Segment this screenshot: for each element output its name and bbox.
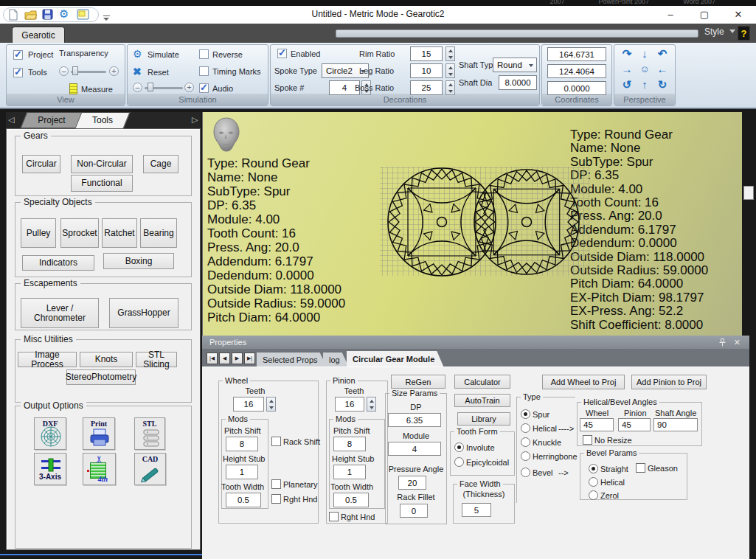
face-width-field[interactable]: 5 [462, 503, 491, 517]
persp-up-icon[interactable]: ↑ [636, 77, 653, 92]
epicycloidal-radio[interactable] [454, 457, 464, 467]
no-resize-checkbox[interactable] [583, 435, 592, 445]
planetary-checkbox[interactable] [271, 479, 281, 489]
cad-export-button[interactable]: CAD [134, 453, 166, 485]
chevron-down-icon[interactable] [729, 29, 735, 33]
pulley-button[interactable]: Pulley [21, 218, 56, 248]
maximize-button[interactable]: ▢ [692, 6, 717, 23]
angles-shaft-field[interactable]: 90 [653, 418, 698, 431]
persp-down-icon[interactable]: ↓ [636, 46, 653, 61]
tab-nav-prev-icon[interactable]: ◀ [219, 353, 230, 364]
style-slider[interactable] [336, 29, 698, 38]
persp-tilt-left-icon[interactable]: ↶ [653, 46, 671, 61]
indicators-button[interactable]: Indicators [22, 255, 94, 271]
persp-left-icon[interactable]: ← [653, 61, 671, 77]
bearing-button[interactable]: Bearing [140, 218, 177, 248]
coordinate-z-field[interactable]: 0.0000 [547, 81, 606, 95]
pinion-pitch-shift-field[interactable]: 8 [333, 437, 366, 451]
involute-radio[interactable] [454, 442, 464, 452]
measure-button[interactable]: Measure [81, 85, 113, 94]
persp-right-icon[interactable]: → [618, 61, 636, 77]
tab-nav-last-icon[interactable]: ▶| [244, 353, 255, 364]
shaft-type-combo[interactable]: Round [493, 58, 537, 72]
sidebar-tab-tools[interactable]: Tools [78, 112, 127, 128]
pinion-tooth-width-field[interactable]: 0.5 [333, 493, 369, 507]
image-process-button[interactable]: Image Process [18, 352, 77, 367]
persp-rotate-ccw-icon[interactable]: ↺ [618, 77, 636, 92]
stl-export-button[interactable]: STL [134, 417, 165, 450]
style-dropdown[interactable]: Style [704, 27, 724, 37]
transparency-minus-icon[interactable]: – [59, 66, 69, 76]
shaft-dia-field[interactable]: 8.0000 [499, 75, 537, 90]
rack-shift-checkbox[interactable] [271, 437, 281, 446]
tab-selected-props[interactable]: Selected Props [257, 353, 327, 367]
enabled-checkbox[interactable] [277, 49, 287, 58]
autotrain-button[interactable]: AutoTrain [454, 394, 510, 407]
pin-icon[interactable] [719, 338, 726, 347]
tab-scroll-right-icon[interactable]: ▷ [192, 115, 198, 125]
cage-button[interactable]: Cage [143, 155, 178, 173]
dp-field[interactable]: 6.35 [388, 413, 441, 427]
module-field[interactable]: 4 [388, 442, 441, 456]
boss-ratio-stepper[interactable] [445, 80, 455, 95]
sidebar-tab-project[interactable]: Project [24, 112, 80, 128]
speed-minus-icon[interactable]: – [133, 83, 142, 92]
pinion-rght-hnd-checkbox[interactable] [329, 512, 339, 521]
rack-fillet-field[interactable]: 0 [400, 504, 428, 518]
wheel-teeth-stepper[interactable] [266, 397, 276, 412]
leg-ratio-field[interactable]: 10 [410, 63, 443, 78]
reset-button[interactable]: Reset [148, 68, 169, 77]
persp-reset-face-icon[interactable]: ☺ [636, 61, 653, 77]
sprocket-button[interactable]: Sprocket [60, 218, 99, 248]
audio-checkbox[interactable] [199, 83, 209, 93]
boxing-button[interactable]: Boxing [103, 253, 174, 269]
boss-ratio-field[interactable]: 25 [410, 80, 443, 95]
pinion-height-stub-field[interactable]: 1 [333, 465, 366, 479]
bevel-helical-radio[interactable] [589, 477, 598, 487]
persp-tilt-right-icon[interactable]: ↷ [618, 46, 636, 61]
simulate-button[interactable]: Simulate [148, 50, 179, 59]
gleason-checkbox[interactable] [636, 463, 645, 473]
three-axis-button[interactable]: 3-Axis [34, 453, 66, 485]
fourth-axis-button[interactable]: ✂ 4th [83, 453, 116, 485]
stl-slicing-button[interactable]: STL Slicing [136, 352, 177, 367]
tab-nav-next-icon[interactable]: ▶ [232, 353, 243, 364]
calculator-button[interactable]: Calculator [454, 375, 510, 389]
knots-button[interactable]: Knots [80, 352, 133, 367]
stereophotometry-button[interactable]: StereoPhotometry [66, 369, 136, 385]
bevel-radio[interactable] [521, 468, 530, 477]
gear-canvas[interactable]: Type: Round GearName: NoneSubType: SpurD… [202, 112, 742, 336]
transparency-slider-handle[interactable] [72, 66, 78, 75]
leg-ratio-stepper[interactable] [445, 63, 455, 78]
reverse-checkbox[interactable] [199, 49, 209, 59]
coordinate-y-field[interactable]: 124.4064 [547, 64, 606, 78]
functional-button[interactable]: Functional [71, 175, 133, 192]
angles-wheel-field[interactable]: 45 [580, 418, 614, 431]
wheel-height-stub-field[interactable]: 1 [226, 465, 258, 479]
print-button[interactable]: Print [83, 417, 115, 450]
angles-pinion-field[interactable]: 45 [618, 418, 651, 431]
speed-slider-handle[interactable] [148, 83, 153, 91]
pinion-teeth-stepper[interactable] [367, 397, 376, 412]
tools-checkbox[interactable] [13, 68, 23, 77]
pressure-angle-field[interactable]: 20 [398, 476, 426, 490]
canvas-scrollbar-thumb[interactable] [743, 186, 754, 200]
helical-radio[interactable] [521, 423, 530, 433]
non-circular-button[interactable]: Non-Circular [71, 155, 133, 173]
circular-button[interactable]: Circular [22, 155, 60, 173]
dxf-export-button[interactable]: DXF [34, 417, 66, 450]
ratchet-button[interactable]: Ratchet [102, 218, 137, 248]
coordinate-x-field[interactable]: 164.6731 [547, 47, 606, 61]
wheel-pitch-shift-field[interactable]: 8 [226, 437, 258, 451]
tab-nav-first-icon[interactable]: |◀ [207, 353, 218, 364]
add-pinion-to-proj-button[interactable]: Add Pinion to Proj [631, 375, 707, 389]
wheel-rght-hnd-checkbox[interactable] [271, 494, 281, 504]
spur-radio[interactable] [521, 409, 530, 419]
project-checkbox[interactable] [13, 50, 23, 60]
wheel-tooth-width-field[interactable]: 0.5 [226, 493, 261, 507]
minimize-button[interactable]: – [658, 6, 683, 23]
straight-radio[interactable] [589, 464, 598, 473]
knuckle-radio[interactable] [521, 437, 530, 447]
grasshopper-button[interactable]: GrassHopper [109, 298, 178, 328]
add-wheel-to-proj-button[interactable]: Add Wheel to Proj [542, 375, 625, 389]
